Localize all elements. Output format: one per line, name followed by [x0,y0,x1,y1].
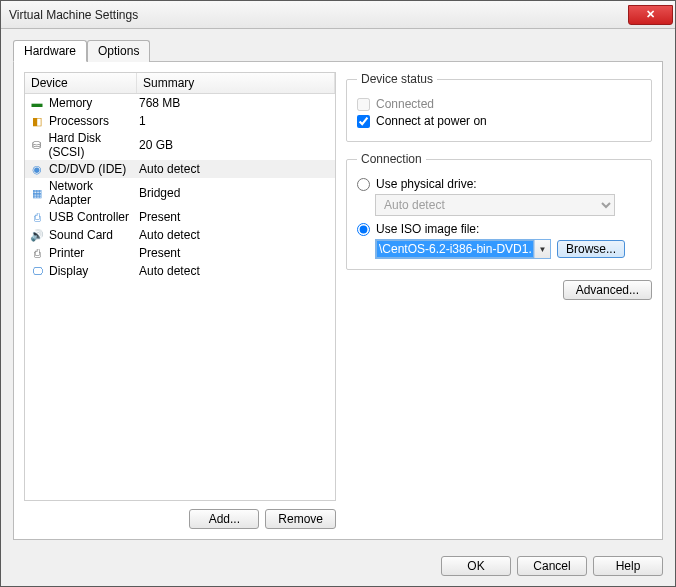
connect-power-on-label: Connect at power on [376,114,487,128]
connect-power-on-row[interactable]: Connect at power on [357,114,641,128]
device-name: USB Controller [49,210,129,224]
table-row-display[interactable]: 🖵Display Auto detect [25,262,335,280]
table-row-sound[interactable]: 🔊Sound Card Auto detect [25,226,335,244]
device-summary: 768 MB [137,96,335,110]
table-row-memory[interactable]: ▬Memory 768 MB [25,94,335,112]
connected-label: Connected [376,97,434,111]
device-summary: Bridged [137,186,335,200]
physical-drive-indent: Auto detect [375,194,641,216]
table-row-harddisk[interactable]: ⛁Hard Disk (SCSI) 20 GB [25,130,335,160]
iso-path-input[interactable] [376,240,534,258]
table-row-cddvd[interactable]: ◉CD/DVD (IDE) Auto detect [25,160,335,178]
use-iso-label: Use ISO image file: [376,222,479,236]
connection-legend: Connection [357,152,426,166]
connected-row[interactable]: Connected [357,97,641,111]
vm-settings-window: Virtual Machine Settings ✕ Hardware Opti… [0,0,676,587]
device-summary: Auto detect [137,264,335,278]
connected-checkbox [357,98,370,111]
device-buttons-row: Add... Remove [24,501,336,529]
device-summary: Present [137,246,335,260]
header-summary[interactable]: Summary [137,73,335,93]
device-status-legend: Device status [357,72,437,86]
use-physical-label: Use physical drive: [376,177,477,191]
device-summary: 20 GB [137,138,335,152]
table-header: Device Summary [25,73,335,94]
use-iso-radio[interactable] [357,223,370,236]
hardware-panel: Device Summary ▬Memory 768 MB ◧Processor… [13,61,663,540]
window-title: Virtual Machine Settings [9,8,628,22]
sound-icon: 🔊 [29,227,45,243]
help-button[interactable]: Help [593,556,663,576]
connection-group: Connection Use physical drive: Auto dete… [346,152,652,270]
device-summary: Auto detect [137,162,335,176]
device-table: Device Summary ▬Memory 768 MB ◧Processor… [24,72,336,501]
close-button[interactable]: ✕ [628,5,673,25]
close-icon: ✕ [646,8,655,21]
left-column: Device Summary ▬Memory 768 MB ◧Processor… [24,72,336,529]
tab-hardware[interactable]: Hardware [13,40,87,62]
browse-button[interactable]: Browse... [557,240,625,258]
table-row-network[interactable]: ▦Network Adapter Bridged [25,178,335,208]
memory-icon: ▬ [29,95,45,111]
device-summary: Present [137,210,335,224]
table-row-printer[interactable]: ⎙Printer Present [25,244,335,262]
usb-icon: ⎙ [29,209,45,225]
device-name: Memory [49,96,92,110]
cpu-icon: ◧ [29,113,45,129]
device-name: Sound Card [49,228,113,242]
advanced-button[interactable]: Advanced... [563,280,652,300]
chevron-down-icon[interactable]: ▼ [534,240,550,258]
add-button[interactable]: Add... [189,509,259,529]
table-row-usb[interactable]: ⎙USB Controller Present [25,208,335,226]
content-area: Hardware Options Device Summary ▬Memory … [1,29,675,548]
device-name: CD/DVD (IDE) [49,162,126,176]
ok-button[interactable]: OK [441,556,511,576]
use-physical-radio[interactable] [357,178,370,191]
device-status-group: Device status Connected Connect at power… [346,72,652,142]
table-row-processors[interactable]: ◧Processors 1 [25,112,335,130]
device-name: Printer [49,246,84,260]
tab-options[interactable]: Options [87,40,150,62]
cancel-button[interactable]: Cancel [517,556,587,576]
iso-indent: ▼ Browse... [375,239,641,259]
header-device[interactable]: Device [25,73,137,93]
physical-drive-select: Auto detect [375,194,615,216]
remove-button[interactable]: Remove [265,509,336,529]
footer-buttons: OK Cancel Help [1,548,675,586]
titlebar: Virtual Machine Settings ✕ [1,1,675,29]
display-icon: 🖵 [29,263,45,279]
printer-icon: ⎙ [29,245,45,261]
tabs: Hardware Options [13,40,663,62]
device-name: Network Adapter [49,179,137,207]
device-name: Processors [49,114,109,128]
device-summary: Auto detect [137,228,335,242]
harddisk-icon: ⛁ [29,137,44,153]
cd-icon: ◉ [29,161,45,177]
network-icon: ▦ [29,185,45,201]
iso-combo[interactable]: ▼ [375,239,551,259]
advanced-row: Advanced... [346,280,652,300]
connect-power-on-checkbox[interactable] [357,115,370,128]
use-physical-row[interactable]: Use physical drive: [357,177,641,191]
device-name: Display [49,264,88,278]
device-summary: 1 [137,114,335,128]
device-name: Hard Disk (SCSI) [48,131,137,159]
use-iso-row[interactable]: Use ISO image file: [357,222,641,236]
right-column: Device status Connected Connect at power… [346,72,652,529]
